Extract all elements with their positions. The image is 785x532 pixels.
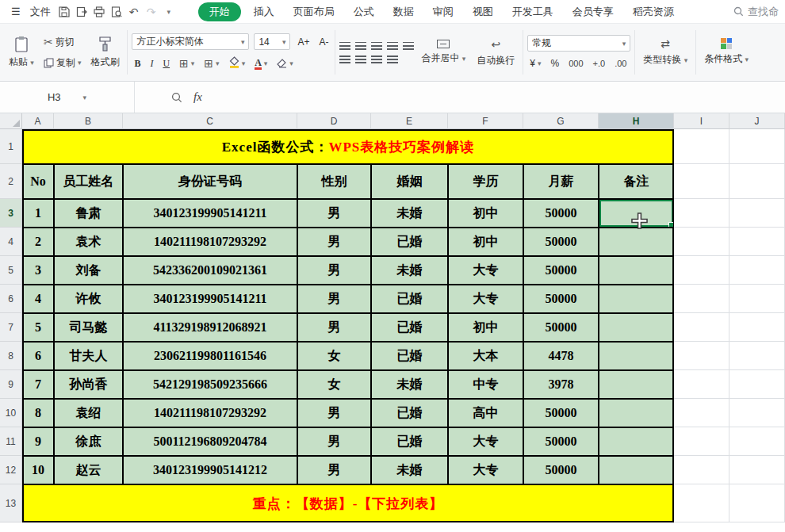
conditional-format-button[interactable]: 条件格式 ▾ (700, 27, 752, 76)
cell-I12[interactable] (674, 456, 729, 484)
number-format-select[interactable]: 常规 ▾ (527, 35, 630, 52)
cell-G12[interactable]: 50000 (523, 456, 599, 484)
cell-D12[interactable]: 男 (297, 456, 371, 484)
menu-tab-7[interactable]: 视图 (463, 2, 503, 21)
cell-E8[interactable]: 已婚 (371, 342, 448, 370)
cell-A4[interactable]: 2 (22, 228, 54, 256)
cell-C4[interactable]: 140211198107293292 (123, 228, 297, 256)
cell-D5[interactable]: 男 (297, 256, 371, 285)
row-header-8[interactable]: 8 (0, 342, 22, 370)
align-center-icon[interactable] (355, 55, 366, 63)
row-header-5[interactable]: 5 (0, 256, 22, 285)
decrease-indent-icon[interactable] (387, 42, 398, 50)
wrap-text-button[interactable]: ↩ 自动换行 (473, 28, 519, 77)
cell-J9[interactable] (729, 370, 785, 399)
cell-G7[interactable]: 50000 (523, 313, 599, 342)
header-cell-G[interactable]: 月薪 (523, 164, 599, 199)
cell-G9[interactable]: 3978 (523, 370, 599, 399)
increase-indent-icon[interactable] (403, 42, 414, 50)
cell-D3[interactable]: 男 (297, 199, 371, 228)
menu-tab-2[interactable]: 插入 (244, 2, 284, 21)
cell-I7[interactable] (674, 313, 729, 342)
save-icon[interactable] (56, 3, 73, 21)
cell-G6[interactable]: 50000 (523, 285, 599, 313)
menu-tab-6[interactable]: 审阅 (423, 2, 463, 21)
cell-E6[interactable]: 已婚 (371, 285, 448, 313)
cell-J12[interactable] (729, 456, 785, 484)
cell-C9[interactable]: 542129198509235666 (123, 370, 297, 399)
header-cell-A[interactable]: No (22, 164, 54, 199)
cell-I2[interactable] (674, 164, 729, 199)
align-bottom-icon[interactable] (371, 42, 382, 50)
cell-I1[interactable] (674, 129, 729, 164)
cell-H4[interactable] (599, 228, 674, 256)
cell-F6[interactable]: 大专 (448, 285, 523, 313)
cell-G10[interactable]: 50000 (523, 399, 599, 427)
font-name-select[interactable]: 方正小标宋简体 ▾ (132, 33, 249, 50)
cell-E11[interactable]: 已婚 (371, 427, 448, 456)
row-header-12[interactable]: 12 (0, 456, 22, 484)
cell-C5[interactable]: 542336200109021361 (123, 256, 297, 285)
decrease-font-button[interactable]: A- (316, 36, 331, 48)
increase-decimal-button[interactable]: +.0 (591, 58, 608, 69)
column-header-B[interactable]: B (54, 113, 123, 129)
row-header-13[interactable]: 13 (0, 484, 22, 522)
cut-button[interactable]: ✂ 剪切 (41, 35, 84, 50)
cell-I3[interactable] (674, 199, 729, 228)
cell-J13[interactable] (729, 484, 785, 522)
thousand-separator-button[interactable]: 000 (566, 58, 585, 69)
cell-D7[interactable]: 男 (297, 313, 371, 342)
align-left-icon[interactable] (339, 55, 350, 63)
cell-F7[interactable]: 初中 (448, 313, 523, 342)
cell-D8[interactable]: 女 (297, 342, 371, 370)
cell-C6[interactable]: 340123199905141211 (123, 285, 297, 313)
print-preview-icon[interactable] (108, 3, 125, 21)
bold-button[interactable]: B (132, 58, 143, 70)
cell-A12[interactable]: 10 (22, 456, 54, 484)
cell-H10[interactable] (599, 399, 674, 427)
cell-B7[interactable]: 司马懿 (54, 313, 123, 342)
cell-D11[interactable]: 男 (297, 427, 371, 456)
paste-button[interactable]: 粘贴 ▾ (5, 28, 38, 77)
cell-B9[interactable]: 孙尚香 (54, 370, 123, 399)
cell-J3[interactable] (729, 199, 785, 228)
column-header-F[interactable]: F (448, 113, 523, 129)
cell-F9[interactable]: 中专 (448, 370, 523, 399)
font-size-select[interactable]: 14 ▾ (254, 33, 290, 50)
formula-input[interactable] (202, 82, 785, 113)
cell-E10[interactable]: 已婚 (371, 399, 448, 427)
cell-B4[interactable]: 袁术 (54, 228, 123, 256)
underline-button[interactable]: U (160, 58, 172, 70)
cell-A6[interactable]: 4 (22, 285, 54, 313)
zoom-icon[interactable] (171, 92, 182, 103)
merge-center-button[interactable]: 合并居中 ▾ (417, 28, 469, 77)
menu-tab-3[interactable]: 页面布局 (284, 2, 344, 21)
borders-button[interactable]: ⊞▾ (177, 56, 197, 71)
cell-G3[interactable]: 50000 (523, 199, 599, 228)
header-cell-D[interactable]: 性别 (297, 164, 371, 199)
cell-B3[interactable]: 鲁肃 (54, 199, 123, 228)
cell-J1[interactable] (729, 129, 785, 164)
hamburger-menu-icon[interactable]: ☰ (6, 6, 25, 17)
cell-G8[interactable]: 4478 (523, 342, 599, 370)
increase-font-button[interactable]: A+ (295, 36, 312, 48)
cell-I9[interactable] (674, 370, 729, 399)
cell-J5[interactable] (729, 256, 785, 285)
currency-button[interactable]: ¥▾ (527, 57, 543, 70)
cell-H12[interactable] (599, 456, 674, 484)
cell-J7[interactable] (729, 313, 785, 342)
row-header-1[interactable]: 1 (0, 129, 22, 164)
row-header-10[interactable]: 10 (0, 399, 22, 427)
cell-C3[interactable]: 340123199905141211 (123, 199, 297, 228)
row-header-7[interactable]: 7 (0, 313, 22, 342)
cell-A7[interactable]: 5 (22, 313, 54, 342)
cell-A3[interactable]: 1 (22, 199, 54, 228)
menu-tab-5[interactable]: 数据 (384, 2, 423, 21)
cell-F12[interactable]: 大专 (448, 456, 523, 484)
print-icon[interactable] (90, 3, 108, 21)
cell-B12[interactable]: 赵云 (54, 456, 123, 484)
cell-E9[interactable]: 未婚 (371, 370, 448, 399)
row-header-3[interactable]: 3 (0, 199, 22, 228)
cell-J6[interactable] (729, 285, 785, 313)
cell-name-box[interactable]: H3 ▾ (0, 82, 135, 113)
